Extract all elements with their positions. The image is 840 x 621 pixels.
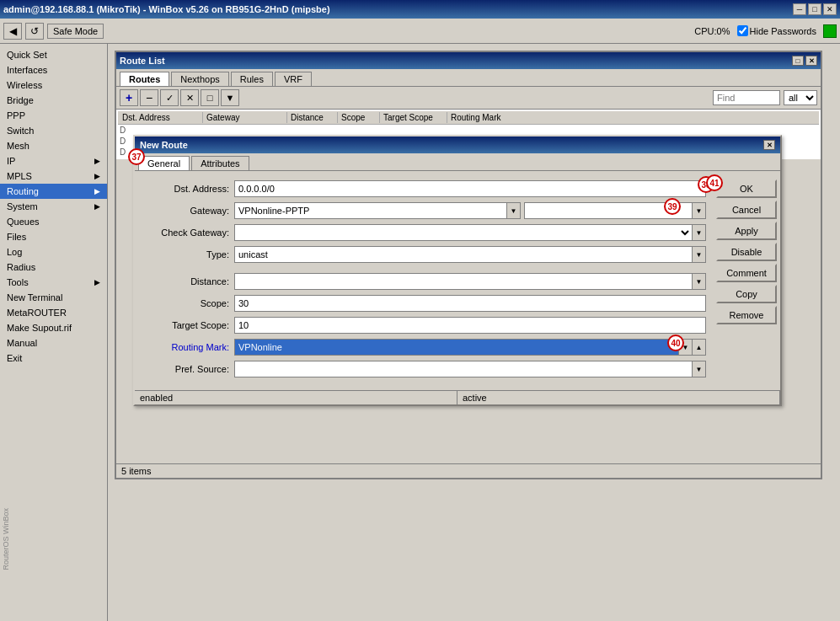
- sidebar-arrow-mpls: ▶: [94, 172, 100, 180]
- sidebar-item-make-supout[interactable]: Make Supout.rif: [0, 320, 107, 335]
- dialog-action-buttons: OK 41 Cancel Apply Disable Comment Copy …: [713, 176, 780, 385]
- type-wrapper: ▼: [234, 246, 706, 263]
- sidebar-item-ppp[interactable]: PPP: [0, 108, 107, 123]
- minimize-button[interactable]: ─: [793, 3, 806, 15]
- type-input[interactable]: [234, 246, 693, 263]
- copy-button[interactable]: Copy: [716, 285, 777, 303]
- route-list-close-button[interactable]: ✕: [805, 56, 817, 66]
- gateway-input[interactable]: [234, 202, 507, 219]
- sidebar-item-radius[interactable]: Radius: [0, 260, 107, 275]
- gateway-extra-dropdown[interactable]: ▼: [693, 202, 706, 219]
- form-fields: Dst. Address: 38 Gateway: ▼: [135, 176, 713, 385]
- dst-address-label: Dst. Address:: [142, 184, 234, 194]
- remove-button[interactable]: Remove: [716, 306, 777, 324]
- disable-route-button[interactable]: ✕: [180, 89, 199, 106]
- sidebar-item-wireless[interactable]: Wireless: [0, 78, 107, 93]
- form-area: Dst. Address: 38 Gateway: ▼: [135, 171, 780, 390]
- tab-vrf[interactable]: VRF: [275, 72, 312, 86]
- route-list-maximize-button[interactable]: □: [792, 56, 804, 66]
- target-scope-row: Target Scope:: [142, 316, 706, 335]
- target-scope-input[interactable]: [234, 317, 706, 334]
- gateway-dropdown-button[interactable]: ▼: [507, 202, 521, 219]
- sidebar-item-bridge[interactable]: Bridge: [0, 93, 107, 108]
- sidebar-item-files[interactable]: Files: [0, 229, 107, 244]
- new-route-close-button[interactable]: ✕: [763, 140, 775, 150]
- col-header-tscope: Target Scope: [380, 112, 447, 123]
- new-route-title-text: New Route: [140, 140, 188, 150]
- col-header-gw: Gateway: [203, 112, 287, 123]
- type-dropdown[interactable]: ▼: [693, 246, 706, 263]
- sidebar-item-exit[interactable]: Exit: [0, 351, 107, 366]
- check-gateway-dropdown[interactable]: ▼: [693, 224, 706, 241]
- gateway-label: Gateway:: [142, 206, 234, 216]
- close-button[interactable]: ✕: [823, 3, 837, 15]
- connection-status-indicator: [823, 24, 837, 38]
- sidebar-item-tools[interactable]: Tools ▶: [0, 275, 107, 290]
- cpu-info: CPU:0% Hide Passwords: [694, 24, 837, 38]
- cancel-button[interactable]: Cancel: [716, 201, 777, 219]
- distance-dropdown[interactable]: ▼: [693, 273, 706, 290]
- routing-mark-input[interactable]: [234, 339, 679, 356]
- route-list-toolbar: + − ✓ ✕ □ ▼ all: [116, 87, 821, 110]
- routing-mark-up-arrow[interactable]: ▲: [693, 339, 706, 356]
- pref-source-input[interactable]: [234, 361, 693, 377]
- check-gateway-select[interactable]: [234, 224, 693, 241]
- tab-nexthops[interactable]: Nexthops: [171, 72, 228, 86]
- sidebar-item-mpls[interactable]: MPLS ▶: [0, 169, 107, 184]
- filter-button[interactable]: ▼: [221, 89, 239, 106]
- sidebar-item-routing[interactable]: Routing ▶: [0, 184, 107, 199]
- dialog-status-bar: enabled active: [135, 390, 780, 404]
- type-label: Type:: [142, 249, 234, 260]
- sidebar-item-queues[interactable]: Queues: [0, 214, 107, 229]
- sidebar-item-switch[interactable]: Switch: [0, 123, 107, 138]
- remove-route-button[interactable]: −: [140, 89, 158, 106]
- enable-route-button[interactable]: ✓: [160, 89, 179, 106]
- pref-source-label: Pref. Source:: [142, 364, 234, 374]
- type-row: Type: ▼: [142, 245, 706, 264]
- nav-forward-button[interactable]: ↺: [25, 23, 44, 40]
- distance-label: Distance:: [142, 276, 234, 286]
- routing-mark-row: Routing Mark: ▼ ▲ 40: [142, 338, 706, 356]
- hide-passwords-checkbox-label[interactable]: Hide Passwords: [737, 25, 816, 36]
- hide-passwords-checkbox[interactable]: [737, 25, 748, 36]
- disable-button[interactable]: Disable: [716, 243, 777, 261]
- safe-mode-button[interactable]: Safe Mode: [47, 24, 104, 39]
- tab-routes[interactable]: Routes: [120, 72, 169, 86]
- dialog-tab-general[interactable]: General: [138, 156, 190, 170]
- col-header-dist: Distance: [287, 112, 338, 123]
- dialog-tab-attributes[interactable]: Attributes: [191, 156, 249, 170]
- sidebar-item-quickset[interactable]: Quick Set: [0, 47, 107, 62]
- search-box: all: [713, 90, 817, 105]
- tab-rules[interactable]: Rules: [231, 72, 273, 86]
- ok-button[interactable]: OK: [716, 179, 777, 198]
- search-input[interactable]: [713, 90, 780, 105]
- route-list-footer: 5 items: [116, 463, 821, 478]
- comment-button[interactable]: Comment: [716, 264, 777, 282]
- dst-address-input[interactable]: [234, 180, 706, 197]
- search-scope-dropdown[interactable]: all: [784, 90, 817, 105]
- add-route-button[interactable]: +: [120, 89, 138, 106]
- badge-37: 37: [128, 148, 145, 165]
- copy-route-button[interactable]: □: [201, 89, 219, 106]
- sidebar-arrow-system: ▶: [94, 202, 100, 211]
- apply-button[interactable]: Apply: [716, 222, 777, 240]
- sidebar-item-metarouter[interactable]: MetaROUTER: [0, 305, 107, 320]
- sidebar-item-interfaces[interactable]: Interfaces: [0, 62, 107, 78]
- sidebar-item-ip[interactable]: IP ▶: [0, 153, 107, 169]
- pref-source-dropdown[interactable]: ▼: [693, 361, 706, 377]
- sidebar-arrow-routing: ▶: [94, 187, 100, 195]
- sidebar-item-manual[interactable]: Manual: [0, 335, 107, 351]
- badge-41: 41: [706, 174, 723, 191]
- maximize-button[interactable]: □: [808, 3, 821, 15]
- sidebar-item-mesh[interactable]: Mesh: [0, 138, 107, 153]
- routing-mark-label: Routing Mark:: [142, 342, 234, 352]
- scope-input[interactable]: [234, 295, 706, 312]
- sidebar-item-new-terminal[interactable]: New Terminal: [0, 290, 107, 305]
- sidebar-item-system[interactable]: System ▶: [0, 199, 107, 214]
- distance-input[interactable]: [234, 273, 693, 290]
- nav-back-button[interactable]: ◀: [3, 23, 22, 40]
- route-list-tab-bar: Routes Nexthops Rules VRF: [116, 69, 821, 87]
- gateway-row: Gateway: ▼ ▼ 39: [142, 201, 706, 220]
- window-controls: ─ □ ✕: [793, 3, 837, 15]
- sidebar-item-log[interactable]: Log: [0, 244, 107, 260]
